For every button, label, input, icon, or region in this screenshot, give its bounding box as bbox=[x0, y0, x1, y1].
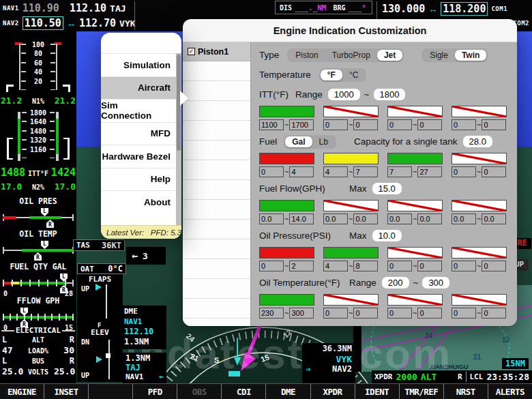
oilp-band-swatch[interactable] bbox=[323, 247, 379, 258]
fuel-band-from-input[interactable]: 4 bbox=[323, 166, 348, 177]
oilt-band-swatch[interactable] bbox=[452, 294, 507, 306]
itt-range-max-input[interactable]: 1800 bbox=[374, 89, 406, 100]
oil-temperature-min-input[interactable]: 200 bbox=[382, 277, 409, 289]
itt-band-from-input[interactable]: 0 bbox=[387, 119, 412, 130]
itt-band-swatch[interactable] bbox=[452, 106, 507, 117]
oilt-band-from-input[interactable]: 0 bbox=[452, 308, 476, 319]
fuel-band-swatch[interactable] bbox=[323, 153, 379, 164]
fflow-band-from-input[interactable]: 0.0 bbox=[452, 213, 476, 224]
count-option-twin[interactable]: Twin bbox=[455, 50, 486, 61]
softkey-tmr-ref[interactable]: TMR/REF bbox=[399, 384, 443, 399]
fuel-band-swatch[interactable] bbox=[452, 153, 507, 164]
oilt-band-from-input[interactable]: 0 bbox=[323, 308, 348, 319]
oilt-band-from-input[interactable]: 230 bbox=[259, 308, 284, 319]
count-option-sigle[interactable]: Sigle bbox=[423, 50, 455, 61]
oilp-band-from-input[interactable]: 0 bbox=[387, 261, 412, 271]
menu-scrollbar[interactable] bbox=[176, 53, 181, 225]
fflow-band-swatch[interactable] bbox=[387, 200, 443, 211]
menu-item-about[interactable]: About bbox=[101, 190, 181, 213]
fuel-band-from-input[interactable]: 0 bbox=[259, 166, 284, 177]
menu-item-hardware-bezel[interactable]: Hardware Bezel bbox=[101, 145, 181, 168]
softkey-obs[interactable]: OBS bbox=[177, 384, 221, 399]
softkey-alerts[interactable]: ALERTS bbox=[488, 384, 532, 399]
oilt-band-to-input[interactable]: 0 bbox=[417, 308, 442, 319]
itt-band-from-input[interactable]: 1100 bbox=[259, 119, 284, 130]
softkey-blank[interactable] bbox=[88, 384, 132, 399]
itt-range-min-input[interactable]: 1000 bbox=[328, 89, 360, 100]
softkey-cdi[interactable]: CDI bbox=[221, 384, 265, 399]
itt-band-to-input[interactable]: 0 bbox=[417, 119, 442, 130]
menu-item-mfd[interactable]: MFD bbox=[101, 122, 181, 145]
type-option-turboprop[interactable]: TurboProp bbox=[325, 50, 377, 61]
com1-swap-icon[interactable]: ↔ bbox=[428, 4, 437, 14]
oilp-band-to-input[interactable]: 2 bbox=[289, 261, 314, 271]
oilp-band-swatch[interactable] bbox=[259, 247, 314, 258]
softkey-engine[interactable]: ENGINE bbox=[0, 384, 44, 399]
oil-temperature-max-input[interactable]: 300 bbox=[422, 277, 449, 289]
capacity-input[interactable]: 28.0 bbox=[463, 136, 492, 147]
itt-band-swatch[interactable] bbox=[387, 106, 443, 117]
nav2-swap-icon[interactable]: ↔ bbox=[67, 18, 76, 29]
fuel-band-to-input[interactable]: 0 bbox=[482, 166, 506, 177]
engine-list-item[interactable]: ✓ Piston1 bbox=[183, 42, 250, 61]
oilt-band-to-input[interactable]: 0 bbox=[353, 308, 378, 319]
fuel-band-to-input[interactable]: 7 bbox=[353, 166, 378, 177]
oilt-band-swatch[interactable] bbox=[259, 294, 314, 306]
fflow-band-to-input[interactable]: 0.0 bbox=[417, 213, 442, 224]
softkey-nrst[interactable]: NRST bbox=[443, 384, 488, 399]
oilp-band-from-input[interactable]: 0 bbox=[259, 261, 284, 271]
fflow-band-swatch[interactable] bbox=[259, 200, 314, 211]
oilp-band-to-input[interactable]: 0 bbox=[482, 261, 506, 271]
fflow-band-from-input[interactable]: 0.0 bbox=[323, 213, 348, 224]
oilt-band-to-input[interactable]: 0 bbox=[482, 308, 506, 319]
fuel-band-to-input[interactable]: 4 bbox=[289, 166, 314, 177]
oilp-band-to-input[interactable]: 8 bbox=[353, 261, 378, 271]
oil-pressure-max-input[interactable]: 10.0 bbox=[372, 230, 402, 241]
itt-band-from-input[interactable]: 0 bbox=[323, 119, 348, 130]
oilp-band-swatch[interactable] bbox=[387, 247, 443, 258]
temp-option-c[interactable]: °C bbox=[342, 70, 365, 80]
oilp-band-swatch[interactable] bbox=[452, 247, 507, 258]
fflow-band-to-input[interactable]: 14.0 bbox=[289, 213, 314, 224]
softkey-inset[interactable]: INSET bbox=[44, 384, 88, 399]
type-option-piston[interactable]: Piston bbox=[289, 50, 325, 61]
oilp-band-from-input[interactable]: 4 bbox=[323, 261, 348, 271]
fuel-band-from-input[interactable]: 7 bbox=[387, 166, 412, 177]
fuel-option-lb[interactable]: Lb bbox=[312, 136, 335, 147]
oilt-band-swatch[interactable] bbox=[387, 294, 443, 306]
itt-band-to-input[interactable]: 0 bbox=[353, 119, 378, 130]
type-option-jet[interactable]: Jet bbox=[377, 50, 402, 61]
oilp-band-to-input[interactable]: 0 bbox=[417, 261, 442, 271]
fflow-band-to-input[interactable]: 0.0 bbox=[353, 213, 378, 224]
oilt-band-from-input[interactable]: 0 bbox=[387, 308, 412, 319]
fuel-band-swatch[interactable] bbox=[259, 153, 314, 164]
itt-band-from-input[interactable]: 0 bbox=[452, 119, 476, 130]
fflow-band-from-input[interactable]: 0.0 bbox=[259, 213, 284, 224]
oilt-band-to-input[interactable]: 300 bbox=[289, 308, 314, 319]
softkey-ident[interactable]: IDENT bbox=[355, 384, 399, 399]
fflow-band-swatch[interactable] bbox=[323, 200, 379, 211]
itt-band-swatch[interactable] bbox=[259, 106, 314, 117]
fflow-band-swatch[interactable] bbox=[452, 200, 507, 211]
menu-item-aircraft[interactable]: Aircraft bbox=[101, 76, 181, 100]
oilp-band-from-input[interactable]: 0 bbox=[452, 261, 476, 271]
fuel-flow-max-input[interactable]: 15.0 bbox=[372, 183, 402, 194]
menu-item-sim-connection[interactable]: Sim Connection bbox=[101, 99, 181, 122]
fuel-band-from-input[interactable]: 0 bbox=[452, 166, 476, 177]
itt-band-swatch[interactable] bbox=[323, 106, 379, 117]
softkey-dme[interactable]: DME bbox=[265, 384, 310, 399]
fuel-band-to-input[interactable]: 27 bbox=[417, 166, 442, 177]
oilt-band-swatch[interactable] bbox=[323, 294, 379, 306]
itt-band-to-input[interactable]: 1700 bbox=[289, 119, 314, 130]
fuel-band-swatch[interactable] bbox=[387, 153, 443, 164]
softkey-pfd[interactable]: PFD bbox=[132, 384, 177, 399]
fflow-band-from-input[interactable]: 0.0 bbox=[387, 213, 412, 224]
temp-option-f[interactable]: °F bbox=[321, 70, 342, 80]
fuel-option-gal[interactable]: Gal bbox=[285, 136, 312, 147]
softkey-xpdr[interactable]: XPDR bbox=[310, 384, 355, 399]
menu-item-help[interactable]: Help bbox=[101, 168, 181, 191]
itt-band-to-input[interactable]: 0 bbox=[482, 119, 506, 130]
fflow-band-to-input[interactable]: 0.0 bbox=[482, 213, 506, 224]
engine-checkbox[interactable]: ✓ bbox=[188, 48, 195, 55]
menu-item-simulation[interactable]: Simulation bbox=[101, 53, 181, 76]
